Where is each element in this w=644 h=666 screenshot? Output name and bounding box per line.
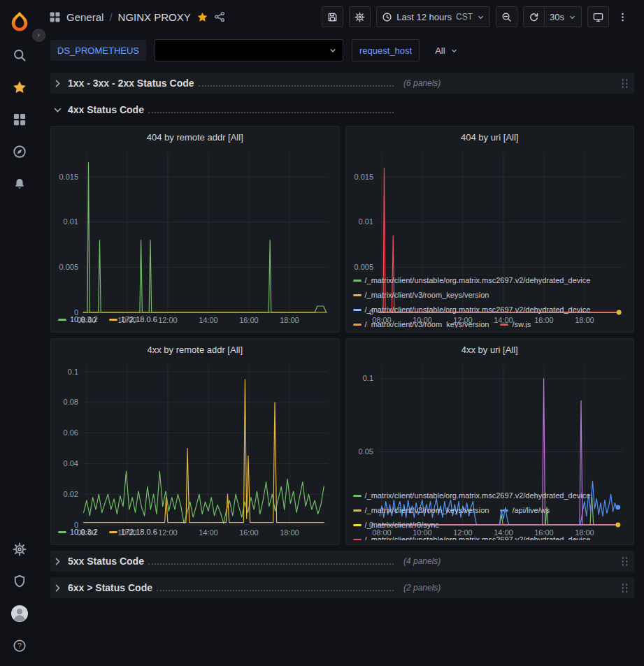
panel-legend: /_matrix/client/unstable/org.matrix.msc2… [353, 491, 627, 540]
panel-legend: 10.0.3.2172.18.0.6 [58, 528, 332, 540]
legend-swatch [109, 319, 117, 321]
sidebar-expand-toggle[interactable] [32, 29, 45, 42]
sidebar-nav: ? [0, 0, 39, 666]
timeseries-chart[interactable]: 08:0010:0012:0014:0016:0018:0000.050.1 [350, 360, 630, 490]
legend-item[interactable]: 10.0.3.2 [58, 528, 98, 537]
panel-4xx-by-remote-addr: 4xx by remote addr [All] 08:0010:0012:00… [50, 338, 340, 545]
dotted-leader [157, 583, 394, 591]
breadcrumb: General / NGINX PROXY [49, 11, 225, 23]
legend-item[interactable]: 10.0.3.2 [58, 315, 98, 324]
legend-item[interactable]: /_matrix/client/v3/room_keys/version [353, 506, 489, 515]
legend-swatch [353, 524, 362, 526]
grafana-app: ? General / NGINX PROXY [0, 0, 644, 666]
legend-label: /sw.js [512, 320, 531, 328]
grafana-logo[interactable] [4, 6, 35, 39]
chevron-right-icon [53, 79, 62, 88]
search-icon[interactable] [4, 39, 35, 71]
favorite-star-icon[interactable] [196, 11, 208, 23]
svg-text:0.005: 0.005 [354, 263, 373, 271]
panel-404-by-remote-addr: 404 by remote addr [All] 08:0010:0012:00… [50, 126, 340, 333]
dashboard-settings-button[interactable] [349, 6, 371, 27]
chevron-down-icon [477, 13, 485, 21]
alerting-bell-icon[interactable] [4, 168, 35, 200]
row-drag-handle[interactable] [621, 556, 629, 567]
legend-label: /_matrix/client/unstable/org.matrix.msc2… [365, 535, 591, 540]
svg-text:0.1: 0.1 [362, 374, 373, 382]
panel-title[interactable]: 404 by uri [All] [346, 126, 634, 147]
save-dashboard-button[interactable] [322, 6, 343, 27]
time-range-picker[interactable]: Last 12 hours CST [376, 6, 490, 27]
row-panel-count: (4 panels) [403, 556, 441, 566]
legend-item[interactable]: /_matrix/client/r0/sync [353, 521, 439, 530]
row-drag-handle[interactable] [621, 583, 629, 593]
top-navbar: General / NGINX PROXY L [39, 0, 644, 34]
row-title: 1xx - 3xx - 2xx Status Code [68, 78, 194, 89]
navbar-actions: Last 12 hours CST 30s [322, 6, 636, 27]
explore-compass-icon[interactable] [4, 136, 35, 168]
row-header-6xx[interactable]: 6xx > Status Code (2 panels) [50, 577, 634, 598]
variable-label-request-host: request_host [352, 39, 420, 61]
timeseries-plot[interactable]: 08:0010:0012:0014:0016:0018:0000.020.040… [55, 360, 335, 539]
starred-dashboards-icon[interactable] [4, 71, 35, 103]
legend-item[interactable]: /_matrix/client/unstable/org.matrix.msc2… [353, 276, 591, 285]
legend-label: /_matrix/client/unstable/org.matrix.msc2… [365, 491, 591, 500]
panel-4xx-by-uri: 4xx by uri [All] 08:0010:0012:0014:0016:… [345, 338, 635, 545]
chevron-down-icon [53, 106, 62, 115]
legend-item[interactable]: 172.18.0.6 [109, 315, 157, 324]
row-panel-count: (6 panels) [403, 78, 441, 88]
refresh-interval-dropdown[interactable]: 30s [545, 6, 582, 27]
legend-swatch [353, 539, 362, 540]
legend-label: 10.0.3.2 [70, 315, 98, 324]
legend-swatch [353, 280, 362, 282]
row-header-1xx-3xx-2xx[interactable]: 1xx - 3xx - 2xx Status Code (6 panels) [50, 73, 634, 94]
server-admin-shield-icon[interactable] [4, 565, 35, 598]
row-header-5xx[interactable]: 5xx Status Code (4 panels) [50, 551, 634, 572]
legend-item[interactable]: /_matrix/client/unstable/org.matrix.msc2… [353, 305, 591, 314]
row-title: 6xx > Status Code [68, 582, 152, 593]
dotted-leader [148, 556, 394, 565]
row-title: 5xx Status Code [68, 556, 144, 567]
legend-item[interactable]: /_matrix/client/unstable/org.matrix.msc2… [353, 535, 591, 540]
ds-prometheus-select[interactable] [155, 39, 343, 61]
legend-label: /_matrix/client/v3/room_keys/version [365, 320, 489, 328]
legend-label: /_matrix/client/v3/room_keys/version [365, 291, 489, 300]
svg-text:0.005: 0.005 [59, 263, 78, 271]
timeseries-plot[interactable]: 08:0010:0012:0014:0016:0018:0000.0050.01… [55, 147, 335, 326]
panel-title[interactable]: 4xx by uri [All] [346, 339, 634, 360]
dashboards-grid-icon[interactable] [4, 103, 35, 136]
timeseries-chart[interactable]: 08:0010:0012:0014:0016:0018:0000.0050.01… [55, 147, 335, 314]
legend-item[interactable]: /api/live/ws [500, 506, 550, 515]
row-title: 4xx Status Code [68, 104, 144, 115]
chevron-right-icon [53, 557, 62, 566]
time-range-label: Last 12 hours [396, 12, 452, 22]
configuration-gear-icon[interactable] [4, 533, 35, 565]
legend-item[interactable]: 172.18.0.6 [109, 528, 157, 537]
panel-title[interactable]: 4xx by remote addr [All] [51, 339, 339, 360]
legend-label: 172.18.0.6 [121, 315, 157, 324]
legend-label: /_matrix/client/v3/room_keys/version [365, 506, 489, 515]
timeseries-chart[interactable]: 08:0010:0012:0014:0016:0018:0000.0050.01… [350, 147, 630, 275]
timeseries-chart[interactable]: 08:0010:0012:0014:0016:0018:0000.020.040… [55, 360, 335, 526]
legend-item[interactable]: /_matrix/client/v3/room_keys/version [353, 291, 489, 300]
panel-title[interactable]: 404 by remote addr [All] [51, 126, 339, 147]
breadcrumb-section[interactable]: General [66, 11, 103, 23]
zoom-out-button[interactable] [496, 6, 517, 27]
svg-text:0.015: 0.015 [354, 173, 373, 181]
request-host-select[interactable]: All [428, 40, 464, 61]
row-header-4xx[interactable]: 4xx Status Code [50, 99, 634, 120]
user-avatar[interactable] [4, 598, 35, 630]
panel-404-by-uri: 404 by uri [All] 08:0010:0012:0014:0016:… [345, 126, 635, 333]
legend-item[interactable]: /_matrix/client/unstable/org.matrix.msc2… [353, 491, 591, 500]
chevron-down-icon [329, 46, 337, 55]
tv-mode-button[interactable] [587, 6, 609, 27]
legend-label: /api/live/ws [512, 506, 550, 515]
row-drag-handle[interactable] [621, 78, 629, 89]
dashboard-title[interactable]: NGINX PROXY [118, 11, 191, 23]
svg-text:0.02: 0.02 [64, 490, 78, 498]
more-options-kebab-icon[interactable] [615, 6, 636, 27]
legend-item[interactable]: /sw.js [500, 320, 531, 328]
legend-item[interactable]: /_matrix/client/v3/room_keys/version [353, 320, 489, 328]
help-icon[interactable]: ? [4, 630, 35, 662]
refresh-button[interactable] [523, 6, 545, 27]
share-dashboard-icon[interactable] [214, 11, 225, 22]
